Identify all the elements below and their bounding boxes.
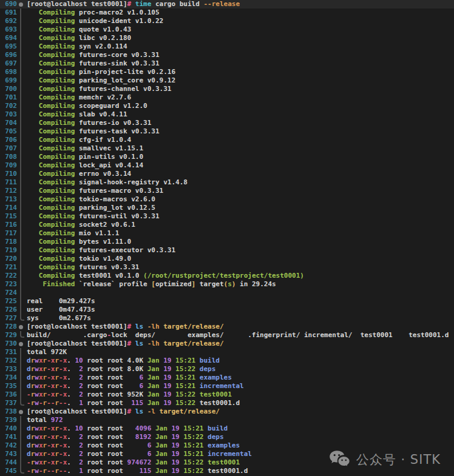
block-guide-line [20, 221, 21, 229]
line-number: 707 [0, 144, 17, 153]
block-guide-line [20, 458, 21, 467]
gutter-guide [17, 357, 25, 365]
gutter-guide [17, 34, 25, 42]
block-guide-line [20, 76, 21, 85]
line-number: 728 [0, 323, 17, 331]
terminal-line: 731total 972K [0, 348, 454, 357]
terminal-line-text: Compiling mio v1.1.1 [25, 229, 119, 238]
terminal-line: 710 Compiling errno v0.3.14 [0, 170, 454, 178]
block-guide-line [20, 17, 21, 25]
block-guide-line [20, 136, 21, 144]
terminal-line-text: Compiling futures-core v0.3.31 [25, 51, 160, 59]
terminal-line-text: Compiling smallvec v1.15.1 [25, 144, 143, 153]
line-number: 731 [0, 348, 17, 357]
line-number: 699 [0, 76, 17, 85]
block-guide-line [20, 42, 21, 51]
terminal-line-text: Compiling scopeguard v1.2.0 [25, 102, 147, 110]
terminal-line-text: drwxr-xr-x. 2 root root 6 Jan 19 15:21 i… [25, 450, 252, 458]
gutter-guide [17, 433, 25, 441]
terminal-line: 720 Compiling tokio v1.49.0 [0, 255, 454, 263]
command-marker-icon[interactable] [19, 342, 23, 346]
line-number: 714 [0, 204, 17, 212]
gutter-guide [17, 331, 25, 340]
line-number: 723 [0, 280, 17, 289]
line-number: 712 [0, 187, 17, 195]
block-guide-line [20, 85, 21, 93]
terminal-line: 693 Compiling quote v1.0.43 [0, 25, 454, 34]
terminal-line-text: Compiling pin-project-lite v0.2.16 [25, 68, 175, 76]
block-guide-line [20, 59, 21, 68]
gutter-guide [17, 374, 25, 382]
terminal-line-text: Compiling libc v0.2.180 [25, 34, 131, 42]
block-guide-line [20, 357, 21, 365]
block-guide-line [20, 424, 21, 433]
gutter-guide [17, 212, 25, 221]
gutter-guide [17, 161, 25, 170]
gutter-guide [17, 17, 25, 25]
terminal-line: 712 Compiling futures-macro v0.3.31 [0, 187, 454, 195]
terminal-line: 734drwxr-xr-x. 2 root root 6 Jan 19 15:2… [0, 374, 454, 382]
terminal-line: 725real 0m29.427s [0, 297, 454, 306]
terminal-line: 728[root@localhost test0001]# ls -lh tar… [0, 323, 454, 331]
terminal-line: 732drwxr-xr-x. 10 root root 4.0K Jan 19 … [0, 357, 454, 365]
terminal-line-text: Compiling parking_lot v0.12.5 [25, 204, 155, 212]
gutter-guide [17, 119, 25, 127]
gutter-guide [17, 93, 25, 102]
block-guide-end [20, 314, 24, 321]
terminal-line-text: drwxr-xr-x. 10 root root 4.0K Jan 19 15:… [25, 357, 220, 365]
line-number: 734 [0, 374, 17, 382]
block-guide-line [20, 68, 21, 76]
line-number: 720 [0, 255, 17, 263]
gutter-guide [17, 458, 25, 467]
line-number: 718 [0, 238, 17, 246]
block-guide-line [20, 229, 21, 238]
terminal-line-text: Compiling test0001 v0.1.0 (/root/rustpro… [25, 272, 304, 280]
terminal-line-text: Compiling errno v0.3.14 [25, 170, 131, 178]
command-marker-icon[interactable] [19, 2, 23, 7]
line-number: 704 [0, 119, 17, 127]
terminal-line-text: user 0m47.473s [25, 306, 95, 314]
terminal-line: 733drwxr-xr-x. 2 root root 8.0K Jan 19 1… [0, 365, 454, 374]
terminal-line: 729build/ .cargo-lock deps/ examples/ .f… [0, 331, 454, 340]
block-guide-line [20, 382, 21, 391]
terminal-line: 717 Compiling mio v1.1.1 [0, 229, 454, 238]
terminal-line: 736-rwxr-xr-x. 2 root root 952K Jan 19 1… [0, 391, 454, 399]
line-number: 713 [0, 195, 17, 204]
terminal-line-text: Compiling socket2 v0.6.1 [25, 221, 135, 229]
terminal-line-text: total 972 [25, 416, 63, 424]
command-marker-icon[interactable] [19, 410, 23, 414]
terminal-line-text: drwxr-xr-x. 2 root root 6 Jan 19 15:21 e… [25, 441, 240, 450]
block-guide-line [20, 365, 21, 374]
line-number: 703 [0, 110, 17, 119]
line-number: 700 [0, 85, 17, 93]
gutter-guide [17, 102, 25, 110]
terminal-line-text: Compiling memchr v2.7.6 [25, 93, 131, 102]
terminal-line: 727sys 0m2.677s [0, 314, 454, 323]
block-guide-line [20, 263, 21, 272]
line-number: 709 [0, 161, 17, 170]
gutter-guide [17, 450, 25, 458]
gutter-guide [17, 127, 25, 136]
block-guide-line [20, 34, 21, 42]
terminal-line-text: drwxr-xr-x. 10 root root 4096 Jan 19 15:… [25, 424, 228, 433]
gutter-guide [17, 441, 25, 450]
gutter-guide [17, 153, 25, 161]
gutter-command-marker [17, 340, 25, 348]
block-guide-end [20, 467, 24, 474]
command-marker-icon[interactable] [19, 325, 23, 329]
wechat-icon [329, 450, 351, 469]
line-number: 732 [0, 357, 17, 365]
line-number: 693 [0, 25, 17, 34]
gutter-guide [17, 255, 25, 263]
gutter-command-marker [17, 0, 25, 8]
terminal-line: 711 Compiling signal-hook-registry v1.4.… [0, 178, 454, 187]
block-guide-line [20, 212, 21, 221]
line-number: 719 [0, 246, 17, 255]
terminal-line: 722 Compiling test0001 v0.1.0 (/root/rus… [0, 272, 454, 280]
terminal-line: 708 Compiling pin-utils v0.1.0 [0, 153, 454, 161]
gutter-guide [17, 195, 25, 204]
terminal-line: 713 Compiling tokio-macros v2.6.0 [0, 195, 454, 204]
terminal-line: 715 Compiling futures-util v0.3.31 [0, 212, 454, 221]
block-guide-line [20, 348, 21, 357]
terminal-line: 723 Finished `release` profile [optimize… [0, 280, 454, 289]
